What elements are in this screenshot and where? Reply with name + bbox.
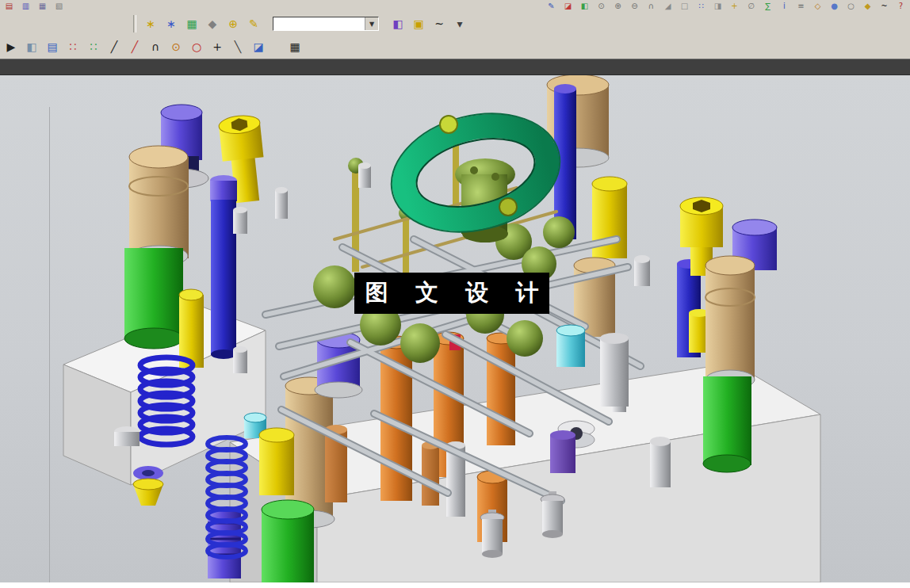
screw-silver-top-center-1[interactable]	[275, 187, 288, 219]
extrude-icon[interactable]: ◧	[577, 1, 592, 13]
snap-midpoint-icon[interactable]: ◆	[203, 14, 222, 33]
snap-grid-icon[interactable]: ▦	[182, 14, 201, 33]
cap-silver-bottom-left[interactable]	[114, 426, 140, 446]
module-group: ◧▣~▾	[388, 14, 469, 33]
cylinder-green-bottom-center[interactable]	[262, 500, 314, 582]
grease-fitting-1[interactable]	[480, 510, 504, 558]
sketch-icon[interactable]: ✎	[544, 1, 559, 13]
status-strip	[0, 582, 910, 588]
point-icon[interactable]: +	[208, 37, 227, 56]
circle-icon[interactable]: ○	[187, 37, 206, 56]
plane-icon[interactable]: ◪	[249, 37, 268, 56]
watermark-banner: 图 文 设 计	[354, 273, 549, 314]
pattern-icon[interactable]: ∷	[694, 1, 709, 13]
move-object-icon[interactable]: +	[727, 1, 742, 13]
circle-center-icon[interactable]: ⊙	[166, 37, 185, 56]
screw-silver-left-lower[interactable]	[233, 346, 247, 373]
guide-bushing-tan-right[interactable]	[705, 256, 755, 389]
spline-tool-icon[interactable]: ~	[430, 14, 449, 33]
toolbar-curve: ▶◧▤∷∷╱╱∩⊙○+╲◪ ▦	[0, 35, 910, 59]
pin-dark-purple-small[interactable]	[550, 430, 575, 473]
selection-scope-input[interactable]	[273, 17, 365, 30]
display-cube-icon[interactable]: ▣	[409, 14, 428, 33]
resource-bar	[0, 59, 910, 75]
snap-point-group: ∗∗▦◆⊕✎	[141, 14, 263, 33]
snap-point-icon[interactable]: ∗	[141, 14, 160, 33]
file-save-icon[interactable]: ▦	[35, 1, 50, 13]
toolbar-standard: ▤▥▦▧ ✎◪◧⊙⊕⊖∩◢□∷◨+∅∑i≡◇●○◆~?	[0, 0, 910, 13]
chamfer-icon[interactable]: ◢	[660, 1, 675, 13]
snap-endpoint-icon[interactable]: ∗	[162, 14, 181, 33]
graphics-viewport[interactable]: 图 文 设 计	[0, 75, 910, 582]
snap-toggle-icon[interactable]: ◆	[860, 1, 875, 13]
screw-silver-right-lower[interactable]	[650, 437, 671, 487]
subtract-icon[interactable]: ⊖	[627, 1, 642, 13]
selection-scope-combo[interactable]: ▼	[273, 17, 379, 31]
steel-cylinder-right-center[interactable]	[600, 333, 629, 407]
table-tools-group: ▦	[285, 37, 304, 56]
file-open-icon[interactable]: ▥	[18, 1, 33, 13]
snap-edit-icon[interactable]: ✎	[244, 14, 263, 33]
point-grid-green-icon[interactable]: ∷	[84, 37, 103, 56]
datum-plane-icon[interactable]: ◪	[560, 1, 575, 13]
mirror-icon[interactable]: ◨	[710, 1, 725, 13]
help-icon[interactable]: ?	[893, 1, 908, 13]
toolbar-file-group: ▤▥▦▧	[2, 1, 67, 13]
file-new-icon[interactable]: ▤	[2, 1, 17, 13]
edge-blend-icon[interactable]: ∩	[644, 1, 659, 13]
combo-dropdown-arrow-icon[interactable]: ▼	[365, 17, 378, 30]
copper-pin-2[interactable]	[422, 441, 439, 506]
solid-cube-icon[interactable]: ◧	[22, 37, 41, 56]
toolbar-feature-group: ✎◪◧⊙⊕⊖∩◢□∷◨+∅∑i≡◇●○◆~?	[544, 1, 908, 13]
toolbar-separator	[133, 15, 136, 32]
screw-silver-left-upper[interactable]	[233, 207, 247, 234]
snap-center-icon[interactable]: ⊕	[224, 14, 243, 33]
cylinder-green-left[interactable]	[124, 248, 183, 349]
toolbar-snap: ∗∗▦◆⊕✎ ▼ ◧▣~▾	[0, 13, 910, 35]
funnel-yellow-bottom-left[interactable]	[133, 479, 163, 506]
curve-icon[interactable]: ~	[877, 1, 892, 13]
start-module-icon[interactable]: ◧	[388, 14, 407, 33]
spacer-yellow-small-left[interactable]	[179, 289, 204, 368]
wireframe-view-icon[interactable]: ○	[843, 1, 858, 13]
segment-icon[interactable]: ╲	[228, 37, 247, 56]
line-constrained-icon[interactable]: ╱	[125, 37, 144, 56]
sleeve-cyan-right-mid[interactable]	[556, 325, 585, 367]
info-icon[interactable]: i	[777, 1, 792, 13]
shell-icon[interactable]: □	[677, 1, 692, 13]
screw-silver-right-upper[interactable]	[634, 255, 650, 286]
shaded-view-icon[interactable]: ●	[827, 1, 842, 13]
screw-silver-top-center-2[interactable]	[358, 162, 371, 188]
grid-table-icon[interactable]: ▦	[285, 37, 304, 56]
line-icon[interactable]: ╱	[105, 37, 124, 56]
analysis-icon[interactable]: ∑	[760, 1, 775, 13]
measure-icon[interactable]: ∅	[744, 1, 759, 13]
cylinder-green-right[interactable]	[703, 376, 751, 472]
hole-icon[interactable]: ⊙	[594, 1, 609, 13]
model-canvas[interactable]	[0, 75, 910, 582]
unite-icon[interactable]: ⊕	[610, 1, 625, 13]
context-menu-arrow-icon[interactable]: ▶	[2, 37, 21, 56]
layer-icon[interactable]: ≡	[793, 1, 809, 13]
dropdown-more-icon[interactable]: ▾	[450, 14, 469, 33]
layers-stack-icon[interactable]: ▤	[43, 37, 62, 56]
watermark-text: 图 文 设 计	[356, 277, 548, 309]
washer-purple-bottom-left[interactable]	[133, 466, 163, 480]
arc-icon[interactable]: ∩	[146, 37, 165, 56]
grease-fitting-2[interactable]	[541, 491, 564, 538]
curve-tools-group: ▶◧▤∷∷╱╱∩⊙○+╲◪	[2, 37, 268, 56]
view-orient-icon[interactable]: ◇	[810, 1, 825, 13]
point-grid-red-icon[interactable]: ∷	[63, 37, 82, 56]
spacer-yellow-center-left[interactable]	[259, 428, 294, 495]
print-icon[interactable]: ▧	[52, 1, 67, 13]
guide-pin-blue-left[interactable]	[210, 175, 237, 359]
